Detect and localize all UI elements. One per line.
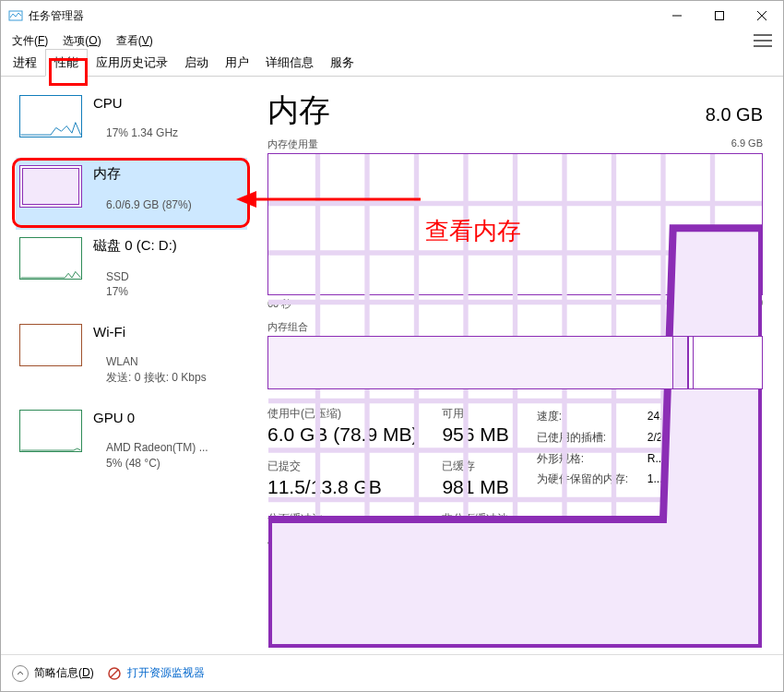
menu-options[interactable]: 选项(O) — [63, 33, 101, 49]
gpu-thumbnail — [19, 410, 82, 452]
sidebar-item-memory[interactable]: 内存 6.0/6.9 GB (87%) — [16, 158, 247, 230]
svg-line-26 — [111, 670, 118, 677]
sidebar-item-wifi[interactable]: Wi-Fi WLAN 发送: 0 接收: 0 Kbps — [16, 316, 247, 402]
window-title: 任务管理器 — [29, 8, 84, 24]
tab-services[interactable]: 服务 — [322, 50, 362, 76]
tab-app-history[interactable]: 应用历史记录 — [88, 50, 176, 76]
tab-startup[interactable]: 启动 — [176, 50, 217, 76]
sidebar-item-label: GPU 0 — [93, 410, 229, 425]
open-resmon-link[interactable]: 打开资源监视器 — [127, 665, 205, 681]
cpu-thumbnail — [19, 95, 82, 137]
detail-pane: 内存 8.0 GB 内存使用量 6.9 GB 60 秒 0 — [255, 77, 783, 654]
brief-info-link[interactable]: 简略信息(D) — [34, 665, 94, 681]
sidebar-item-label: Wi-Fi — [93, 324, 227, 340]
sidebar-item-disk[interactable]: 磁盘 0 (C: D:) SSD 17% — [16, 230, 247, 317]
memory-usage-chart[interactable] — [267, 153, 763, 295]
menubar: 文件(F) 选项(O) 查看(V) — [1, 30, 783, 51]
tab-bar: 进程 性能 应用历史记录 启动 用户 详细信息 服务 — [1, 51, 783, 77]
sidebar: CPU 17% 1.34 GHz 内存 6.0/6.9 GB (87%) 磁盘 … — [1, 77, 255, 654]
chart-usage-max: 6.9 GB — [731, 137, 763, 151]
footer: 简略信息(D) 打开资源监视器 — [1, 654, 783, 691]
svg-rect-2 — [716, 12, 724, 20]
app-icon — [8, 8, 23, 23]
tab-details[interactable]: 详细信息 — [257, 50, 322, 76]
sidebar-item-cpu[interactable]: CPU 17% 1.34 GHz — [16, 88, 247, 158]
disk-thumbnail — [19, 237, 82, 280]
memory-composition-chart[interactable] — [267, 336, 763, 389]
menu-view[interactable]: 查看(V) — [116, 33, 153, 49]
tab-users[interactable]: 用户 — [217, 50, 257, 76]
sidebar-item-label: 磁盘 0 (C: D:) — [93, 237, 177, 255]
hamburger-icon[interactable] — [754, 34, 772, 47]
close-button[interactable] — [741, 1, 783, 30]
wifi-thumbnail — [19, 324, 82, 366]
sidebar-item-gpu[interactable]: GPU 0 AMD Radeon(TM) ... 5% (48 °C) — [16, 402, 247, 488]
chart-usage-label: 内存使用量 — [267, 137, 318, 151]
tab-performance[interactable]: 性能 — [45, 49, 88, 77]
page-title: 内存 — [267, 89, 330, 132]
sidebar-item-label: 内存 — [93, 165, 212, 183]
chevron-up-icon[interactable] — [12, 665, 29, 682]
minimize-button[interactable] — [656, 1, 698, 30]
titlebar: 任务管理器 — [1, 1, 783, 30]
memory-capacity: 8.0 GB — [706, 104, 763, 125]
sidebar-item-label: CPU — [93, 95, 198, 111]
menu-file[interactable]: 文件(F) — [12, 33, 48, 49]
maximize-button[interactable] — [698, 1, 741, 30]
tab-processes[interactable]: 进程 — [5, 50, 45, 76]
memory-thumbnail — [19, 165, 82, 208]
resmon-icon — [107, 666, 122, 681]
